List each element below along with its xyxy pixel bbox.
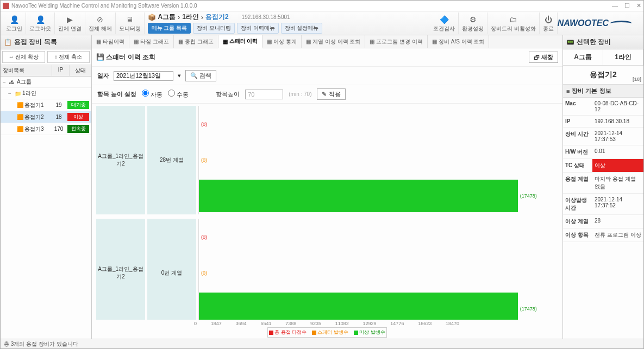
monitor-icon: 🖥: [124, 14, 135, 25]
device-info-table: Mac00-08-DC-AB-CD-12 IP192.168.30.18 장비 …: [563, 98, 643, 242]
login-button[interactable]: 👤로그인: [3, 12, 26, 34]
expand-all-button[interactable]: ↔ 전체 확장: [2, 51, 45, 63]
logout-button[interactable]: 👤로그아웃: [26, 12, 55, 34]
tab-5[interactable]: ▦계열 이상 이력 조회: [302, 35, 365, 48]
env-button[interactable]: ⚙환경설정: [459, 12, 487, 34]
chart-row: A그룹_1라인_용접기2 0번 계열 (0) (0) (17478): [96, 219, 558, 320]
info-row: 이상 계열28: [563, 215, 643, 229]
toolbar: 👤로그인 👤로그아웃 ▶전체 연결 ⊘전체 해제 🖥모니터링 📦 A그룹 › 1…: [1, 11, 643, 35]
connect-all-button[interactable]: ▶전체 연결: [55, 12, 85, 34]
tab-icon: ▦: [370, 39, 374, 45]
titlebar: NawooTec Welding Machine Control and Mon…: [1, 1, 643, 11]
device-grid-header: 장비목록 IP 상태: [1, 65, 91, 77]
chart-series-label: 28번 계열: [147, 106, 196, 214]
info-row: Mac00-08-DC-AB-CD-12: [563, 98, 643, 116]
left-title: 용접 장비 목록: [14, 37, 57, 47]
new-window-button[interactable]: 🗗새창: [529, 52, 558, 63]
devtree-toggle-button[interactable]: 🗂장비트리 비활성화: [487, 12, 540, 34]
tab-0[interactable]: ▦타점이력: [92, 35, 129, 48]
height-auto-radio[interactable]: 자동: [142, 90, 162, 99]
right-title: 선택한 장비: [577, 37, 611, 47]
cube-icon: 🔷: [439, 14, 449, 25]
tab-icon: ▦: [223, 39, 228, 45]
tree-group[interactable]: −🖧A그룹: [1, 77, 91, 88]
device-list-panel: 📋용접 장비 목록 ↔ 전체 확장 ↕ 전체 축소 장비목록 IP 상태 −🖧A…: [1, 35, 92, 339]
subtitle: 스패터 이력 조회: [106, 53, 155, 61]
info-row: 용접 계열마지막 용접 계열 없음: [563, 173, 643, 194]
chart-bars: (0) (0) (17478): [198, 219, 558, 320]
tab-7[interactable]: ▦장비 A/S 이력 조회: [428, 35, 489, 48]
list-icon: 📋: [4, 39, 12, 46]
sel-group: A그룹: [563, 49, 603, 65]
save-icon: 💾: [96, 53, 104, 61]
apply-button[interactable]: ✎ 적용: [317, 88, 345, 100]
bc-group: A그룹: [158, 12, 176, 22]
tree-icon: 🗂: [508, 14, 518, 25]
cond-check-button[interactable]: 🔷조건검사: [430, 12, 459, 34]
monitoring-button[interactable]: 🖥모니터링: [116, 12, 145, 34]
bc-tab-history[interactable]: 장비 이력메뉴: [237, 23, 279, 34]
tab-4[interactable]: ▦이상 통계: [262, 35, 302, 48]
chart-area: A그룹_1라인_용접기2 28번 계열 (0) (0) (17478) A그룹_…: [92, 104, 562, 320]
info-row: IP192.168.30.18: [563, 116, 643, 128]
user-icon: 👤: [9, 14, 20, 25]
tab-3[interactable]: ▦스패터 이력: [218, 35, 263, 48]
tab-1[interactable]: ▦타점 그래프: [129, 35, 174, 48]
chart-bars: (0) (0) (17478): [198, 106, 558, 214]
close-button[interactable]: ✕: [636, 2, 641, 9]
titlebar-text: NawooTec Welding Machine Control and Mon…: [11, 3, 612, 9]
chart-series-label: 0번 계열: [147, 219, 196, 320]
device-tree[interactable]: −🖧A그룹−📁1라인 🟧용접기1 19대기중 🟧용접기2 18이상 🟧용접기3 …: [1, 77, 91, 135]
bc-device: 용접기2: [205, 12, 229, 22]
search-button[interactable]: 🔍 검색: [185, 70, 216, 81]
history-tabstrip: ▦타점이력▦타점 그래프▦중첩 그래프▦스패터 이력▦이상 통계▦계열 이상 이…: [92, 35, 562, 48]
app-icon: [3, 3, 9, 9]
tree-device[interactable]: 🟧용접기3 170접속중: [1, 123, 91, 135]
tree-device[interactable]: 🟧용접기2 18이상: [1, 111, 91, 123]
sel-badge: [18]: [633, 77, 641, 82]
tab-6[interactable]: ▦프로그램 변경 이력: [365, 35, 428, 48]
center-panel: ▦타점이력▦타점 그래프▦중첩 그래프▦스패터 이력▦이상 통계▦계열 이상 이…: [92, 35, 563, 339]
tab-icon: ▦: [134, 39, 139, 45]
tree-device[interactable]: 🟧용접기1 19대기중: [1, 99, 91, 111]
user-off-icon: 👤: [35, 14, 46, 25]
selected-device-panel: 📟선택한 장비 A그룹 1라인 용접기2[18] ≡장비 기본 정보 Mac00…: [563, 35, 643, 339]
collapse-all-button[interactable]: ↕ 전체 축소: [47, 51, 90, 63]
info-row: 이상발생시간2021-12-14 17:37:52: [563, 194, 643, 215]
exit-button[interactable]: ⏻종료: [540, 12, 558, 34]
height-label: 항목 높이 설정: [97, 90, 136, 98]
brand-logo: NAWOOTEC: [558, 18, 641, 28]
chart-device-label: A그룹_1라인_용접기2: [96, 219, 145, 320]
tab-icon: ▦: [178, 39, 183, 45]
calendar-icon[interactable]: ▾: [178, 72, 181, 79]
gear-icon: ⚙: [467, 14, 478, 25]
date-label: 일자: [97, 72, 109, 80]
chart-row: A그룹_1라인_용접기2 28번 계열 (0) (0) (17478): [96, 106, 558, 214]
chart-device-label: A그룹_1라인_용접기2: [96, 106, 145, 214]
disconnect-all-button[interactable]: ⊘전체 해제: [85, 12, 116, 34]
stop-icon: ⊘: [95, 14, 105, 25]
play-icon: ▶: [64, 14, 75, 25]
exit-icon: ⏻: [543, 14, 554, 25]
date-input[interactable]: [114, 71, 173, 81]
bc-tab-monitoring[interactable]: 장비 모니터링: [193, 23, 235, 34]
info-title: 장비 기본 정보: [572, 87, 611, 95]
bc-device-icon: 📦: [148, 14, 156, 21]
status-text: 총 3개의 용접 장비가 있습니다: [4, 340, 78, 348]
bc-tab-menu-group[interactable]: 메뉴 그룹 목록: [148, 23, 191, 34]
minimize-button[interactable]: —: [612, 2, 618, 9]
info-row: TC 상태이상: [563, 159, 643, 173]
tab-icon: ▦: [432, 39, 437, 45]
tree-line[interactable]: −📁1라인: [1, 88, 91, 99]
bc-tab-settings[interactable]: 장비 설정메뉴: [281, 23, 323, 34]
tab-icon: ▦: [306, 39, 311, 45]
tab-icon: ▦: [96, 39, 101, 45]
sel-line: 1라인: [603, 49, 643, 65]
refresh-icon: 🗗: [534, 54, 540, 61]
bc-ip: 192.168.30.18:5001: [242, 14, 290, 20]
maximize-button[interactable]: ☐: [624, 2, 630, 9]
breadcrumb: 📦 A그룹 › 1라인 › 용접기2 192.168.30.18:5001 메뉴…: [148, 12, 323, 34]
tab-2[interactable]: ▦중첩 그래프: [174, 35, 218, 48]
height-manual-radio[interactable]: 수동: [168, 90, 189, 99]
height-value-input[interactable]: [245, 90, 283, 99]
